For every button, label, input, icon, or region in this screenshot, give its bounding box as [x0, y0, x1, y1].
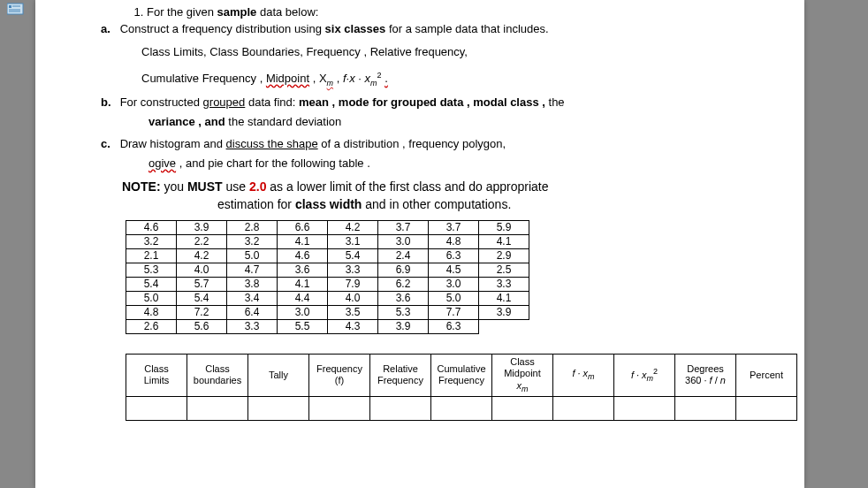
- data-cell: 6.9: [378, 263, 429, 277]
- data-cell: 4.0: [177, 263, 227, 277]
- item-b: b. For constructed grouped data find: me…: [101, 95, 773, 132]
- data-cell: 5.4: [126, 277, 177, 291]
- data-table: 4.63.92.86.64.23.73.75.93.22.23.24.13.13…: [126, 220, 529, 334]
- data-cell: 2.6: [126, 319, 177, 333]
- data-cell: 5.4: [177, 291, 227, 305]
- data-cell: 7.2: [177, 305, 227, 319]
- data-cell: 7.7: [429, 305, 479, 319]
- header-cell: f · xm: [553, 354, 614, 397]
- label-c: c.: [101, 137, 117, 150]
- item-c-line2: ogive , and pie chart for the following …: [148, 154, 773, 173]
- header-cell: Percent: [736, 354, 797, 397]
- data-cell: 6.3: [429, 248, 479, 263]
- data-cell: 3.7: [378, 220, 429, 234]
- data-cell: 4.1: [479, 291, 529, 305]
- data-cell: 6.2: [378, 277, 429, 291]
- svg-rect-1: [9, 5, 11, 8]
- data-cell: 3.4: [227, 291, 278, 305]
- header-cell: Frequency(f): [309, 354, 370, 397]
- item-c-text: Draw histogram and discuss the shape of …: [120, 137, 506, 150]
- data-cell: 7.9: [328, 277, 378, 291]
- header-cell: f · xm2: [614, 354, 675, 397]
- note-line1: NOTE: you MUST use 2.0 as a lower limit …: [122, 179, 773, 194]
- data-cell: 3.1: [328, 234, 378, 248]
- header-table: ClassLimitsClassboundariesTallyFrequency…: [126, 354, 797, 422]
- data-cell: 4.2: [177, 248, 227, 263]
- data-cell: 6.6: [278, 220, 328, 234]
- data-cell: 5.6: [177, 319, 227, 333]
- header-cell: RelativeFrequency: [370, 354, 431, 397]
- data-cell: 5.0: [429, 291, 479, 305]
- data-cell: 4.8: [126, 305, 177, 319]
- header-cell: Tally: [248, 354, 309, 397]
- ordered-list-a: a. Construct a frequency distribution us…: [101, 22, 773, 174]
- data-cell: 2.8: [227, 220, 278, 234]
- data-cell: 3.0: [429, 277, 479, 291]
- data-cell: 3.3: [227, 319, 278, 333]
- data-cell: 2.9: [479, 248, 529, 263]
- label-a: a.: [101, 22, 117, 35]
- data-cell: 4.0: [328, 291, 378, 305]
- data-cell: 3.0: [278, 305, 328, 319]
- data-cell: 2.5: [479, 263, 529, 277]
- data-cell: 4.6: [278, 248, 328, 263]
- data-cell: 3.2: [126, 234, 177, 248]
- document-page: For the given sample data below: a. Cons…: [35, 0, 804, 488]
- data-cell: 3.9: [378, 319, 429, 333]
- data-cell: 5.3: [378, 305, 429, 319]
- data-cell: 5.7: [177, 277, 227, 291]
- data-cell: 4.8: [429, 234, 479, 248]
- data-cell: 4.5: [429, 263, 479, 277]
- data-cell: 5.3: [126, 263, 177, 277]
- list-item-1: For the given sample data below:: [147, 5, 773, 19]
- item-a-text: Construct a frequency distribution using…: [120, 22, 549, 35]
- data-cell: 3.3: [328, 263, 378, 277]
- header-cell: Classboundaries: [187, 354, 248, 397]
- data-cell: 3.7: [429, 220, 479, 234]
- note-line2: estimation for class width and in other …: [217, 197, 773, 211]
- svg-rect-0: [7, 4, 23, 14]
- item-a-line3: Cumulative Frequency , Midpoint , Xm , f…: [141, 69, 773, 90]
- data-cell: 3.0: [378, 234, 429, 248]
- data-cell: 3.8: [227, 277, 278, 291]
- item-b-text: For constructed grouped data find: mean …: [120, 95, 565, 109]
- data-cell: 4.2: [328, 220, 378, 234]
- item-a-line2: Class Limits, Class Boundaries, Frequenc…: [141, 42, 773, 62]
- item-a: a. Construct a frequency distribution us…: [101, 22, 773, 90]
- data-cell: 3.9: [177, 220, 227, 234]
- data-cell: 4.1: [278, 277, 328, 291]
- data-cell: 4.4: [278, 291, 328, 305]
- data-cell: 3.2: [227, 234, 278, 248]
- data-cell: 2.2: [177, 234, 227, 248]
- data-cell: 4.1: [479, 234, 529, 248]
- data-cell: 4.6: [126, 220, 177, 234]
- data-cell: 3.9: [479, 305, 529, 319]
- data-cell: 5.0: [126, 291, 177, 305]
- data-cell: 5.4: [328, 248, 378, 263]
- data-cell: 6.4: [227, 305, 278, 319]
- data-cell: 4.7: [227, 263, 278, 277]
- header-cell: ClassLimits: [126, 354, 187, 397]
- data-cell: 2.1: [126, 248, 177, 263]
- data-cell: 6.3: [429, 319, 479, 333]
- label-b: b.: [101, 95, 117, 109]
- data-cell: 4.1: [278, 234, 328, 248]
- q1-text: For the given sample data below:: [147, 5, 318, 19]
- data-cell: 2.4: [378, 248, 429, 263]
- header-cell: CumulativeFrequency: [431, 354, 492, 397]
- item-c: c. Draw histogram and discuss the shape …: [101, 137, 773, 173]
- page-tab-icon: [7, 2, 27, 16]
- item-b-line2: variance , and the standard deviation: [148, 112, 773, 132]
- data-cell: 3.6: [278, 263, 328, 277]
- header-cell: Degrees360 · f / n: [675, 354, 736, 397]
- data-cell: 3.3: [479, 277, 529, 291]
- data-cell: [479, 319, 529, 333]
- header-cell: ClassMidpointxm: [492, 354, 553, 397]
- data-cell: 4.3: [328, 319, 378, 333]
- data-cell: 5.5: [278, 319, 328, 333]
- data-cell: 3.6: [378, 291, 429, 305]
- ordered-list-1: For the given sample data below:: [147, 5, 773, 19]
- data-cell: 5.9: [479, 220, 529, 234]
- data-cell: 5.0: [227, 248, 278, 263]
- data-cell: 3.5: [328, 305, 378, 319]
